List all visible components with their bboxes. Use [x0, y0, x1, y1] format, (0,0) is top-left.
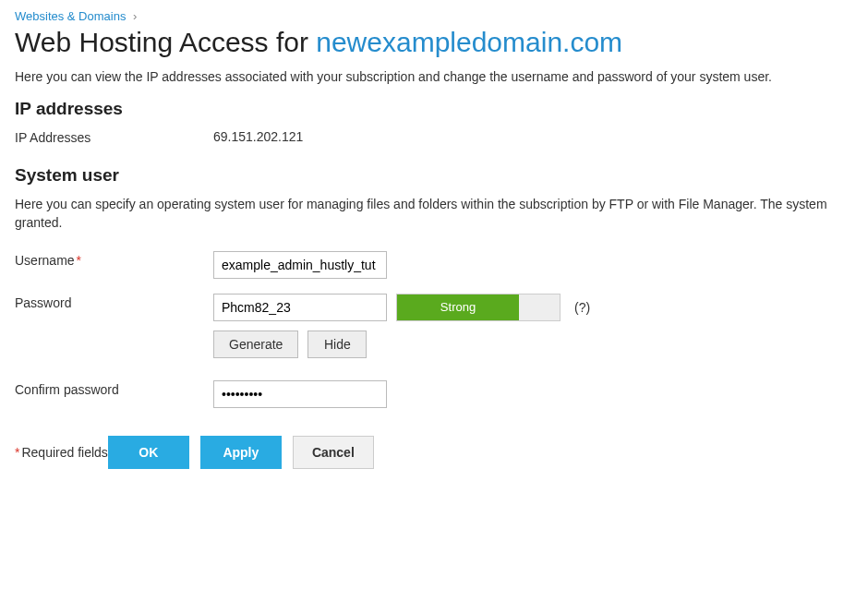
system-user-desc: Here you can specify an operating system…	[15, 195, 853, 233]
help-icon[interactable]: (?)	[574, 300, 590, 315]
password-label: Password	[15, 294, 213, 310]
required-star: *	[77, 253, 81, 268]
username-label: Username*	[15, 251, 213, 268]
username-input[interactable]	[213, 251, 387, 279]
required-fields-hint: *Required fields	[15, 445, 108, 460]
ok-button[interactable]: OK	[108, 436, 189, 469]
generate-button[interactable]: Generate	[213, 331, 298, 358]
confirm-password-label: Confirm password	[15, 380, 213, 397]
apply-button[interactable]: Apply	[200, 436, 282, 469]
page-subtitle: Here you can view the IP addresses assoc…	[15, 69, 853, 84]
chevron-right-icon: ›	[133, 9, 137, 23]
breadcrumb-link[interactable]: Websites & Domains	[15, 9, 126, 23]
hide-button[interactable]: Hide	[307, 331, 367, 358]
page-title: Web Hosting Access for newexampledomain.…	[15, 27, 853, 58]
page-title-static: Web Hosting Access for	[15, 27, 316, 57]
breadcrumb: Websites & Domains ›	[15, 9, 853, 23]
required-star-icon: *	[15, 445, 19, 460]
ip-value: 69.151.202.121	[213, 129, 303, 144]
system-user-heading: System user	[15, 165, 853, 186]
password-strength-bar: Strong	[396, 294, 561, 321]
password-strength-label: Strong	[440, 300, 476, 314]
cancel-button[interactable]: Cancel	[293, 436, 374, 469]
ip-label: IP Addresses	[15, 128, 213, 145]
password-input[interactable]	[213, 294, 387, 321]
confirm-password-input[interactable]	[213, 380, 387, 408]
domain-link[interactable]: newexampledomain.com	[316, 27, 622, 57]
ip-heading: IP addresses	[15, 99, 853, 119]
